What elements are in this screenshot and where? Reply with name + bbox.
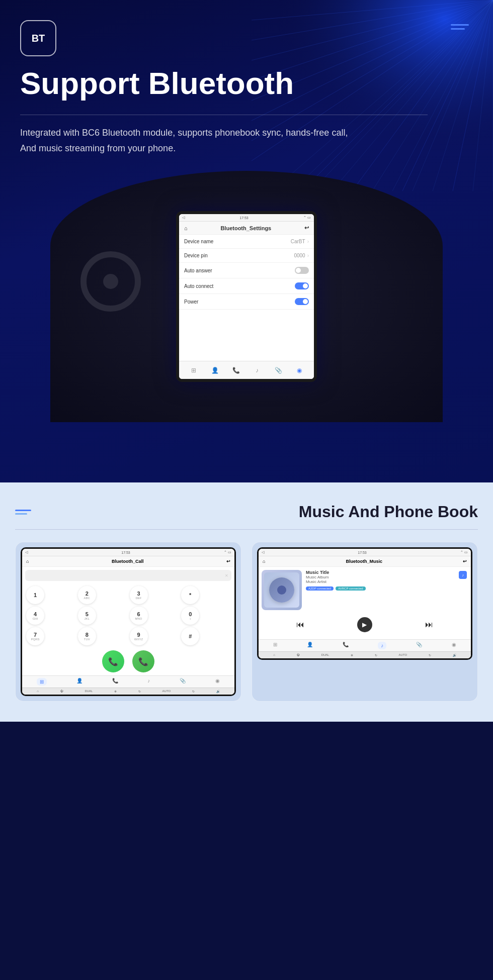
- back-nav: ◁: [182, 216, 185, 220]
- car-background: ◁ 17:53 ⌃ ▭ ⌂ Bluetooth_Settings ↩ Devic…: [50, 171, 443, 422]
- auto-connect-toggle[interactable]: [295, 282, 309, 289]
- avrcp-badge: AVRCP connected: [336, 586, 365, 591]
- call-search-bar[interactable]: ✕: [25, 570, 231, 581]
- clear-icon[interactable]: ✕: [225, 573, 228, 578]
- music-phone-nav[interactable]: 📞: [343, 642, 349, 649]
- clip-nav-icon[interactable]: 📎: [273, 365, 283, 375]
- music-title-text: Music Title: [306, 570, 468, 575]
- phone-nav-icon[interactable]: 📞: [231, 365, 241, 375]
- call-header: ⌂ Bluetooth_Call ↩: [22, 556, 234, 567]
- dial-hash[interactable]: #: [181, 627, 199, 645]
- music-bottom-bar: ⌂ ⏻ DUAL ❄ ↻ AUTO ↻ 🔊: [259, 651, 471, 658]
- music-status-bar: ◁ 17:53 ⌃ ▭: [259, 549, 471, 556]
- dialpad: 1 2ABC 3DEF * 4GHI 5JKL 6MNO 0+ 7PQRS 8T…: [22, 584, 234, 647]
- device-pin-row[interactable]: Device pin 0000 ›: [179, 249, 314, 263]
- auto-answer-toggle[interactable]: [295, 267, 309, 274]
- call-back-btn: ◁: [25, 550, 28, 554]
- settings-content: Device name CarBT › Device pin 0000 › Au…: [179, 235, 314, 369]
- music-note-btn[interactable]: ♪: [459, 571, 467, 579]
- music-screen-card: ◁ 17:53 ⌃ ▭ ⌂ Bluetooth_Music ↩: [252, 542, 478, 702]
- hero-divider: [20, 115, 428, 115]
- call-button[interactable]: 📞: [132, 650, 154, 672]
- dial-8[interactable]: 8TUV: [78, 627, 96, 645]
- call-actions: 📞 📞: [22, 647, 234, 675]
- device-name-label: Device name: [184, 239, 213, 244]
- music-clip-nav[interactable]: 📎: [416, 642, 422, 649]
- device-pin-value: 0000 ›: [294, 253, 309, 258]
- status-icons: ⌃ ▭: [303, 216, 311, 220]
- page-title: Support Bluetooth: [20, 66, 473, 101]
- svg-line-2: [252, 0, 493, 40]
- auto-answer-row[interactable]: Auto answer: [179, 263, 314, 278]
- music-header: ⌂ Bluetooth_Music ↩: [259, 556, 471, 567]
- dial-1[interactable]: 1: [26, 586, 44, 604]
- contact-nav-icon[interactable]: 👤: [210, 365, 220, 375]
- dial-7[interactable]: 7PQRS: [26, 627, 44, 645]
- device-name-row[interactable]: Device name CarBT ›: [179, 235, 314, 249]
- power-row[interactable]: Power: [179, 294, 314, 310]
- music-nav-bar: ⊞ 👤 📞 ♪ 📎 ◉: [259, 639, 471, 651]
- bt-nav-icon[interactable]: ◉: [294, 365, 304, 375]
- settings-header: ⌂ Bluetooth_Settings ↩: [179, 222, 314, 235]
- music-time: 17:53: [358, 551, 367, 554]
- music-album-text: Music Album: [306, 575, 468, 579]
- call-bottom-bar: ⌂ ⏻ DUAL ❄ ↻ AUTO ↻ 🔊: [22, 688, 234, 695]
- hamburger-menu[interactable]: [451, 24, 469, 30]
- answer-call-button[interactable]: 📞: [102, 650, 124, 672]
- dial-5[interactable]: 5JKL: [78, 607, 96, 625]
- dial-3[interactable]: 3DEF: [130, 586, 148, 604]
- call-home-icon: ⌂: [26, 559, 29, 564]
- bottom-section: Music And Phone Book ◁ 17:53 ⌃ ▭ ⌂ Bluet…: [0, 482, 493, 722]
- music-info: Music Title Music Album Music Artist A2D…: [306, 570, 468, 591]
- car-mockup: ◁ 17:53 ⌃ ▭ ⌂ Bluetooth_Settings ↩ Devic…: [20, 171, 473, 422]
- call-apps-nav[interactable]: ⊞: [37, 678, 47, 685]
- call-eye-nav[interactable]: ◉: [215, 678, 220, 685]
- svg-line-3: [252, 0, 493, 60]
- bottom-hamburger-menu[interactable]: [15, 510, 31, 515]
- call-status-bar: ◁ 17:53 ⌃ ▭: [22, 549, 234, 556]
- music-apps-nav[interactable]: ⊞: [273, 642, 277, 649]
- auto-answer-label: Auto answer: [184, 268, 212, 273]
- status-bar: ◁ 17:53 ⌃ ▭: [179, 214, 314, 222]
- tablet-nav-bar: ⊞ 👤 📞 ♪ 📎 ◉: [179, 361, 314, 379]
- home-icon-small: ⌂: [184, 225, 188, 231]
- music-eye-nav[interactable]: ◉: [452, 642, 456, 649]
- dial-4[interactable]: 4GHI: [26, 607, 44, 625]
- call-nav-bar: ⊞ 👤 📞 ♪ 📎 ◉: [22, 675, 234, 688]
- power-label: Power: [184, 299, 198, 305]
- device-pin-label: Device pin: [184, 253, 208, 258]
- album-art: [262, 570, 302, 610]
- play-button[interactable]: ▶: [357, 617, 372, 632]
- call-screen-card: ◁ 17:53 ⌃ ▭ ⌂ Bluetooth_Call ↩ ✕ 1 2ABC …: [15, 542, 241, 702]
- call-clip-nav[interactable]: 📎: [180, 678, 186, 685]
- auto-connect-label: Auto connect: [184, 283, 213, 289]
- apps-nav-icon[interactable]: ⊞: [189, 365, 199, 375]
- dial-6[interactable]: 6MNO: [130, 607, 148, 625]
- call-phone-nav[interactable]: 📞: [112, 678, 118, 685]
- call-contact-nav[interactable]: 👤: [76, 678, 83, 685]
- dial-star[interactable]: *: [181, 586, 199, 604]
- next-track-button[interactable]: ⏭: [425, 620, 433, 629]
- bottom-header: Music And Phone Book: [15, 503, 478, 521]
- call-time: 17:53: [121, 551, 130, 554]
- dial-0[interactable]: 0+: [181, 607, 199, 625]
- music-nav-icon[interactable]: ♪: [252, 365, 262, 375]
- hero-description: Integrated with BC6 Bluetooth module, su…: [20, 125, 372, 156]
- bluetooth-settings-screen: ◁ 17:53 ⌃ ▭ ⌂ Bluetooth_Settings ↩ Devic…: [176, 211, 317, 382]
- svg-line-6: [252, 0, 493, 121]
- settings-title: Bluetooth_Settings: [220, 225, 271, 231]
- auto-connect-row[interactable]: Auto connect: [179, 278, 314, 294]
- music-artist-text: Music Artist: [306, 579, 468, 584]
- music-contact-nav[interactable]: 👤: [307, 642, 313, 649]
- call-music-nav[interactable]: ♪: [147, 678, 150, 685]
- dial-2[interactable]: 2ABC: [78, 586, 96, 604]
- dial-9[interactable]: 9WXYZ: [130, 627, 148, 645]
- music-back-icon: ↩: [463, 559, 467, 564]
- music-music-nav[interactable]: ♪: [378, 642, 386, 649]
- section-title: Music And Phone Book: [299, 503, 478, 521]
- device-name-value: CarBT ›: [291, 239, 309, 244]
- music-title-header: Bluetooth_Music: [346, 559, 382, 564]
- prev-track-button[interactable]: ⏮: [296, 620, 304, 629]
- power-toggle[interactable]: [295, 298, 309, 305]
- steering-wheel: [80, 251, 141, 312]
